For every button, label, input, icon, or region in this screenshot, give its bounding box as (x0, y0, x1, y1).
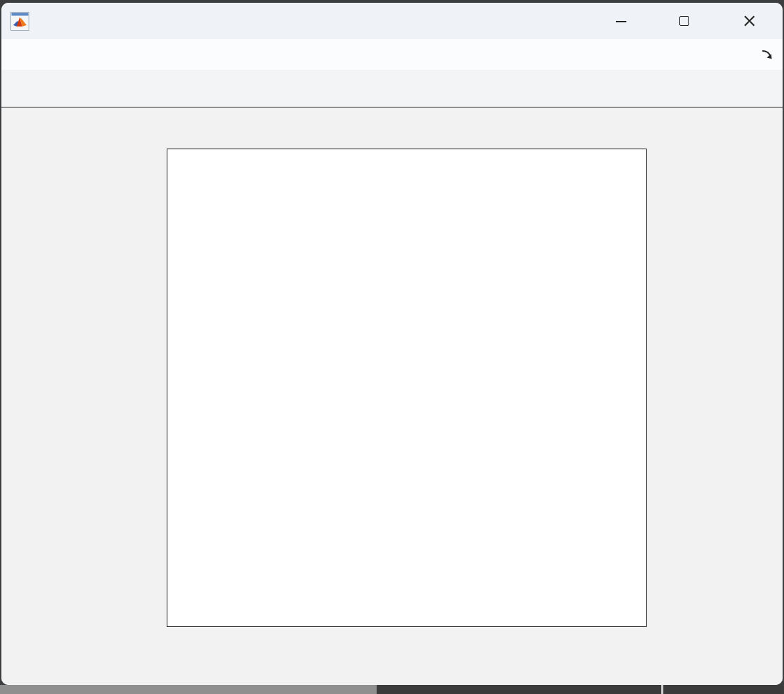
spectrum-heatmap-image[interactable] (167, 149, 646, 626)
title-bar[interactable] (1, 3, 783, 39)
toolbar (1, 70, 783, 108)
dock-figure-arrow-icon[interactable] (760, 47, 774, 61)
desktop-background (0, 0, 784, 694)
close-button[interactable] (733, 3, 765, 39)
figure-canvas-area (1, 110, 783, 685)
axes-box (167, 149, 647, 627)
minimize-button[interactable] (605, 3, 637, 39)
minimize-icon (616, 21, 626, 22)
taskbar-strip (0, 685, 784, 694)
menu-bar (1, 39, 783, 70)
maximize-icon (679, 16, 689, 26)
maximize-button[interactable] (668, 3, 700, 39)
matlab-figure-window (1, 3, 783, 685)
matlab-logo-icon (10, 12, 29, 31)
